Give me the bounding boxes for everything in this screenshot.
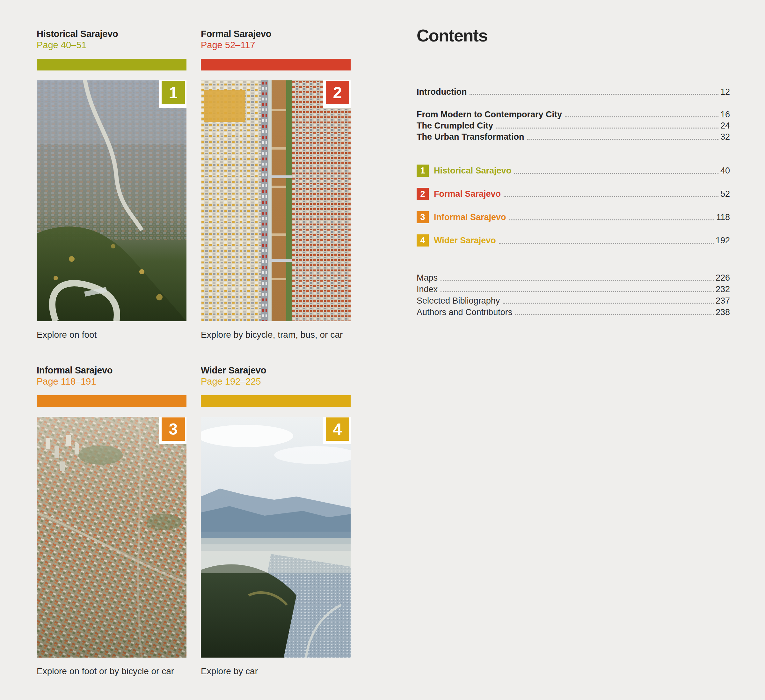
section-color-bar bbox=[37, 395, 186, 407]
toc-label: The Crumpled City bbox=[417, 121, 493, 130]
dotted-leader bbox=[504, 196, 718, 197]
contents-front-matter: Introduction 12 From Modern to Contempor… bbox=[417, 88, 730, 144]
toc-page-number: 52 bbox=[720, 190, 730, 199]
toc-page-number: 16 bbox=[720, 110, 730, 119]
toc-page-number: 40 bbox=[720, 167, 730, 175]
toc-page-number: 118 bbox=[716, 213, 730, 222]
toc-page-number: 226 bbox=[716, 274, 730, 282]
toc-label: Maps bbox=[417, 274, 438, 282]
toc-row-authors-contributors: Authors and Contributors 238 bbox=[417, 308, 730, 317]
photo-number-badge: 3 bbox=[162, 418, 185, 441]
photo-illustration bbox=[37, 80, 186, 321]
photo-number-frame: 2 bbox=[323, 80, 351, 108]
photo-wider-sarajevo: 4 bbox=[201, 417, 351, 657]
dotted-leader bbox=[469, 94, 718, 95]
toc-row-selected-bibliography: Selected Bibliography 237 bbox=[417, 296, 730, 305]
toc-page-number: 232 bbox=[716, 285, 730, 294]
toc-label: Authors and Contributors bbox=[417, 308, 512, 317]
photo-number-badge: 1 bbox=[162, 81, 185, 104]
photo-illustration bbox=[201, 417, 351, 657]
dotted-leader bbox=[527, 139, 718, 140]
toc-row-maps: Maps 226 bbox=[417, 274, 730, 282]
toc-number-badge: 2 bbox=[417, 188, 429, 200]
section-page-range: Page 192–225 bbox=[201, 376, 351, 387]
dotted-leader bbox=[441, 280, 714, 281]
photo-formal-sarajevo: 2 bbox=[201, 80, 351, 321]
dotted-leader bbox=[565, 117, 718, 117]
photo-number-frame: 4 bbox=[323, 417, 351, 444]
photo-informal-sarajevo: 3 bbox=[37, 417, 186, 657]
section-page-range: Page 118–191 bbox=[37, 376, 186, 387]
photo-historical-sarajevo: 1 bbox=[37, 80, 186, 321]
toc-label: Wider Sarajevo bbox=[434, 236, 496, 245]
toc-row-formal-sarajevo: 2 Formal Sarajevo 52 bbox=[417, 188, 730, 200]
toc-number-badge: 4 bbox=[417, 234, 429, 246]
photo-illustration bbox=[201, 80, 351, 321]
section-color-bar bbox=[37, 59, 186, 71]
toc-row-urban-transformation: The Urban Transformation 32 bbox=[417, 132, 730, 141]
toc-number-badge: 1 bbox=[417, 164, 429, 177]
toc-row-historical-sarajevo: 1 Historical Sarajevo 40 bbox=[417, 164, 730, 177]
toc-page-number: 192 bbox=[716, 236, 730, 245]
section-card-formal: Formal Sarajevo Page 52–117 bbox=[201, 28, 351, 340]
toc-row-crumpled-city: The Crumpled City 24 bbox=[417, 121, 730, 130]
section-title: Informal Sarajevo bbox=[37, 364, 186, 376]
toc-number-badge: 3 bbox=[417, 211, 429, 223]
toc-label: Index bbox=[417, 285, 438, 294]
toc-page-number: 32 bbox=[720, 132, 730, 141]
dotted-leader bbox=[499, 243, 714, 244]
section-card-wider: Wider Sarajevo Page 192–225 bbox=[201, 364, 351, 676]
toc-page-number: 24 bbox=[720, 121, 730, 130]
contents-section-list: 1 Historical Sarajevo 40 2 Formal Saraje… bbox=[417, 164, 730, 258]
dotted-leader bbox=[503, 303, 714, 304]
contents-title: Contents bbox=[417, 27, 730, 44]
toc-page-number: 12 bbox=[720, 88, 730, 96]
section-color-bar bbox=[201, 395, 351, 407]
toc-row-informal-sarajevo: 3 Informal Sarajevo 118 bbox=[417, 211, 730, 223]
dotted-leader bbox=[441, 291, 714, 292]
section-caption: Explore on foot bbox=[37, 330, 186, 340]
photo-number-frame: 3 bbox=[159, 417, 186, 444]
section-card-informal: Informal Sarajevo Page 118–191 bbox=[37, 364, 186, 676]
toc-row-index: Index 232 bbox=[417, 285, 730, 294]
section-title: Wider Sarajevo bbox=[201, 364, 351, 376]
photo-illustration bbox=[37, 417, 186, 657]
section-caption: Explore on foot or by bicycle or car bbox=[37, 666, 186, 676]
toc-row-modern-contemporary: From Modern to Contemporary City 16 bbox=[417, 110, 730, 119]
toc-label: Selected Bibliography bbox=[417, 296, 500, 305]
toc-row-wider-sarajevo: 4 Wider Sarajevo 192 bbox=[417, 234, 730, 246]
toc-row-introduction: Introduction 12 bbox=[417, 88, 730, 96]
section-color-bar bbox=[201, 59, 351, 71]
section-caption: Explore by car bbox=[201, 666, 351, 676]
section-caption: Explore by bicycle, tram, bus, or car bbox=[201, 330, 351, 340]
dotted-leader bbox=[509, 219, 714, 221]
dotted-leader bbox=[514, 173, 718, 174]
dotted-leader bbox=[496, 128, 718, 129]
toc-page-number: 237 bbox=[716, 296, 730, 305]
section-page-range: Page 52–117 bbox=[201, 39, 351, 50]
dotted-leader bbox=[515, 314, 714, 315]
contents-panel: Contents Introduction 12 From Modern to … bbox=[417, 27, 730, 44]
toc-label: Historical Sarajevo bbox=[434, 167, 511, 175]
toc-label: Formal Sarajevo bbox=[434, 190, 501, 199]
photo-number-badge: 2 bbox=[326, 81, 349, 104]
section-card-historical: Historical Sarajevo Page 40–51 bbox=[37, 28, 186, 340]
section-title: Formal Sarajevo bbox=[201, 28, 351, 39]
toc-label: From Modern to Contemporary City bbox=[417, 110, 562, 119]
toc-label: Introduction bbox=[417, 88, 467, 96]
section-title: Historical Sarajevo bbox=[37, 28, 186, 39]
toc-label: The Urban Transformation bbox=[417, 132, 524, 141]
toc-label: Informal Sarajevo bbox=[434, 213, 506, 222]
toc-page-number: 238 bbox=[716, 308, 730, 317]
photo-number-badge: 4 bbox=[326, 418, 349, 441]
photo-number-frame: 1 bbox=[159, 80, 186, 108]
section-page-range: Page 40–51 bbox=[37, 39, 186, 50]
contents-back-matter: Maps 226 Index 232 Selected Bibliography… bbox=[417, 274, 730, 320]
